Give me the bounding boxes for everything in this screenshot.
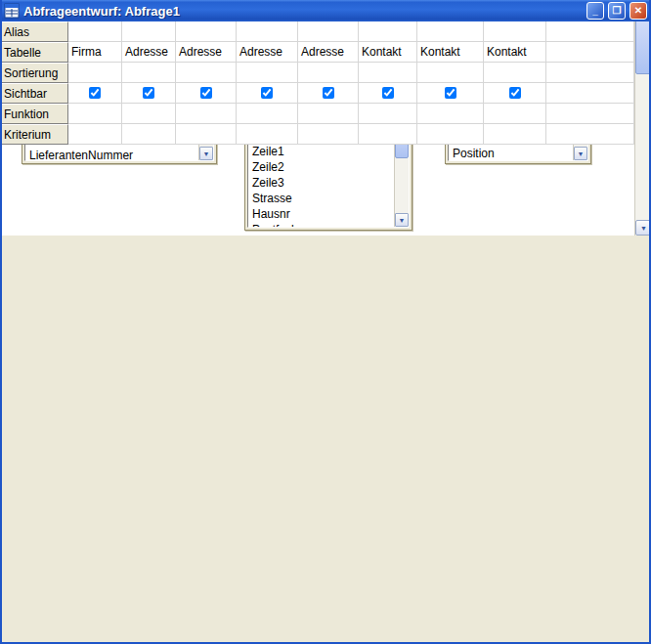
scrollbar-thumb[interactable] bbox=[635, 16, 651, 74]
criteria-cell-tabelle[interactable] bbox=[546, 42, 634, 63]
criteria-cell-sortierung[interactable] bbox=[546, 63, 634, 83]
criteria-cell-alias[interactable] bbox=[359, 21, 417, 42]
criteria-row-label-kriterium: Kriterium bbox=[0, 124, 68, 145]
criteria-cell-alias[interactable] bbox=[417, 21, 484, 42]
visible-checkbox[interactable] bbox=[89, 87, 101, 99]
criteria-cell-tabelle[interactable]: Kontakt bbox=[417, 42, 484, 63]
field-item[interactable]: Strasse bbox=[248, 191, 394, 206]
criteria-cell-funktion[interactable] bbox=[176, 104, 237, 124]
criteria-cell-sortierung[interactable] bbox=[417, 63, 484, 83]
maximize-button[interactable]: ❐ bbox=[608, 2, 626, 20]
criteria-cell-tabelle[interactable]: Adresse bbox=[237, 42, 298, 63]
criteria-cell-sichtbar bbox=[122, 83, 176, 104]
criteria-cell-sichtbar bbox=[176, 83, 237, 104]
field-name: Zeile3 bbox=[252, 176, 284, 190]
criteria-row-label-alias: Alias bbox=[0, 21, 68, 42]
criteria-cell-alias[interactable] bbox=[176, 21, 237, 42]
visible-checkbox[interactable] bbox=[143, 87, 154, 99]
criteria-cell-tabelle[interactable]: Adresse bbox=[176, 42, 237, 63]
app-window-icon[interactable] bbox=[4, 3, 20, 19]
scroll-down-icon[interactable]: ▼ bbox=[395, 213, 409, 227]
criteria-row-label-tabelle: Tabelle bbox=[0, 42, 68, 63]
criteria-cell-funktion[interactable] bbox=[68, 104, 122, 124]
visible-checkbox[interactable] bbox=[200, 87, 212, 99]
criteria-cell-kriterium[interactable] bbox=[546, 124, 634, 145]
field-name: Postfach bbox=[252, 223, 298, 227]
visible-checkbox[interactable] bbox=[261, 87, 273, 99]
criteria-row-label-funktion: Funktion bbox=[0, 104, 68, 124]
criteria-cell-funktion[interactable] bbox=[417, 104, 484, 124]
field-item[interactable]: Zeile1 bbox=[248, 144, 394, 159]
field-name: Zeile2 bbox=[252, 160, 284, 174]
criteria-cell-kriterium[interactable] bbox=[484, 124, 546, 145]
criteria-cell-kriterium[interactable] bbox=[237, 124, 298, 145]
field-item[interactable]: LieferantenNummer bbox=[25, 148, 198, 160]
criteria-cell-tabelle[interactable]: Kontakt bbox=[484, 42, 546, 63]
criteria-cell-funktion[interactable] bbox=[546, 104, 634, 124]
criteria-cell-alias[interactable] bbox=[484, 21, 546, 42]
field-name: LieferantenNummer bbox=[29, 149, 133, 160]
criteria-cell-sortierung[interactable] bbox=[68, 63, 122, 83]
criteria-cell-tabelle[interactable]: Firma bbox=[68, 42, 122, 63]
criteria-cell-sichtbar[interactable] bbox=[546, 83, 634, 104]
criteria-cell-tabelle[interactable]: Adresse bbox=[122, 42, 176, 63]
criteria-cell-sortierung[interactable] bbox=[298, 63, 359, 83]
field-item[interactable]: Postfach bbox=[248, 222, 394, 227]
visible-checkbox[interactable] bbox=[382, 87, 394, 99]
criteria-cell-kriterium[interactable] bbox=[417, 124, 484, 145]
criteria-cell-alias[interactable] bbox=[122, 21, 176, 42]
scroll-down-icon[interactable]: ▼ bbox=[199, 147, 213, 160]
criteria-cell-sichtbar bbox=[484, 83, 546, 104]
window-title: Abfrageentwurf: Abfrage1 bbox=[23, 4, 583, 19]
visible-checkbox[interactable] bbox=[509, 87, 521, 99]
field-name: Hausnr bbox=[252, 207, 290, 221]
criteria-cell-sortierung[interactable] bbox=[176, 63, 237, 83]
criteria-cell-alias[interactable] bbox=[68, 21, 122, 42]
criteria-cell-tabelle[interactable]: Kontakt bbox=[359, 42, 417, 63]
field-item[interactable]: Zeile3 bbox=[248, 175, 394, 191]
criteria-grid: Feld Name Zeile1 Zeile2 Strasse Hausnr T… bbox=[0, 0, 634, 144]
scroll-down-icon[interactable]: ▼ bbox=[635, 220, 651, 236]
criteria-cell-funktion[interactable] bbox=[484, 104, 546, 124]
criteria-cell-alias[interactable] bbox=[546, 21, 634, 42]
criteria-cell-kriterium[interactable] bbox=[122, 124, 176, 145]
criteria-cell-sortierung[interactable] bbox=[484, 63, 546, 83]
field-item[interactable]: Zeile2 bbox=[248, 159, 394, 175]
field-item[interactable]: Hausnr bbox=[248, 206, 394, 222]
visible-checkbox[interactable] bbox=[445, 87, 456, 99]
field-name: Position bbox=[453, 147, 495, 160]
criteria-cell-sichtbar bbox=[237, 83, 298, 104]
close-button[interactable]: ✕ bbox=[629, 2, 647, 20]
criteria-cell-kriterium[interactable] bbox=[298, 124, 359, 145]
criteria-cell-funktion[interactable] bbox=[122, 104, 176, 124]
criteria-row-label-sortierung: Sortierung bbox=[0, 63, 68, 83]
criteria-cell-sichtbar bbox=[68, 83, 122, 104]
criteria-row-label-sichtbar: Sichtbar bbox=[0, 83, 68, 104]
scroll-down-icon[interactable]: ▼ bbox=[574, 147, 587, 160]
criteria-cell-sichtbar bbox=[359, 83, 417, 104]
criteria-cell-sichtbar bbox=[417, 83, 484, 104]
title-bar[interactable]: Abfrageentwurf: Abfrage1 _ ❐ ✕ bbox=[0, 0, 651, 21]
criteria-cell-tabelle[interactable]: Adresse bbox=[298, 42, 359, 63]
field-name: Zeile1 bbox=[252, 145, 284, 158]
criteria-cell-sortierung[interactable] bbox=[122, 63, 176, 83]
criteria-cell-alias[interactable] bbox=[237, 21, 298, 42]
criteria-cell-sichtbar bbox=[298, 83, 359, 104]
minimize-button[interactable]: _ bbox=[586, 2, 604, 20]
criteria-cell-kriterium[interactable] bbox=[359, 124, 417, 145]
criteria-cell-funktion[interactable] bbox=[359, 104, 417, 124]
criteria-cell-sortierung[interactable] bbox=[359, 63, 417, 83]
field-name: Strasse bbox=[252, 192, 292, 205]
field-item[interactable]: Position bbox=[449, 146, 573, 160]
criteria-cell-funktion[interactable] bbox=[298, 104, 359, 124]
criteria-cell-kriterium[interactable] bbox=[68, 124, 122, 145]
visible-checkbox[interactable] bbox=[323, 87, 334, 99]
criteria-cell-funktion[interactable] bbox=[237, 104, 298, 124]
criteria-cell-kriterium[interactable] bbox=[176, 124, 237, 145]
criteria-cell-alias[interactable] bbox=[298, 21, 359, 42]
criteria-cell-sortierung[interactable] bbox=[237, 63, 298, 83]
design-vertical-scrollbar[interactable]: ▲ ▼ bbox=[634, 0, 651, 236]
